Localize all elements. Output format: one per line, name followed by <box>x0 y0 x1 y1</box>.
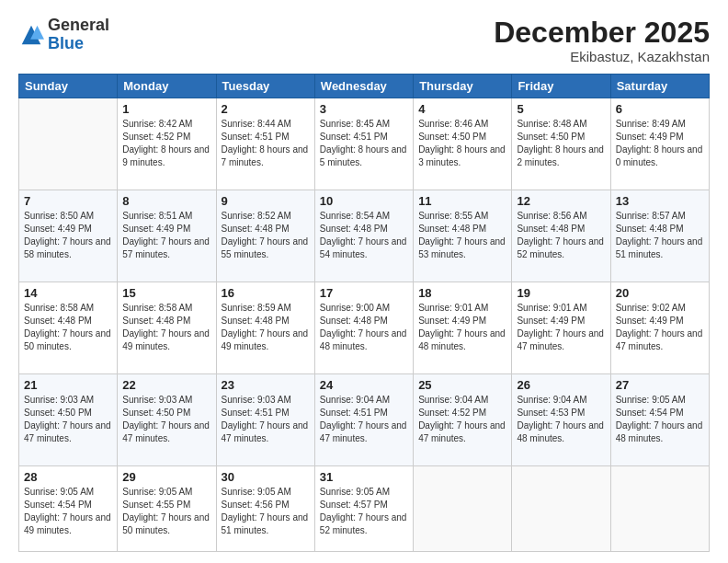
cell-content: Sunrise: 8:54 AM Sunset: 4:48 PM Dayligh… <box>320 210 408 261</box>
day-header-monday: Monday <box>118 75 216 98</box>
cell-content: Sunrise: 9:04 AM Sunset: 4:53 PM Dayligh… <box>517 394 605 445</box>
calendar-cell: 6Sunrise: 8:49 AM Sunset: 4:49 PM Daylig… <box>610 98 709 190</box>
cell-content: Sunrise: 9:03 AM Sunset: 4:51 PM Dayligh… <box>222 394 310 445</box>
calendar-cell: 3Sunrise: 8:45 AM Sunset: 4:51 PM Daylig… <box>314 98 413 190</box>
day-number: 8 <box>122 194 210 208</box>
day-number: 11 <box>418 194 506 208</box>
day-number: 29 <box>122 470 210 484</box>
day-number: 25 <box>418 378 506 392</box>
cell-content: Sunrise: 9:01 AM Sunset: 4:49 PM Dayligh… <box>517 302 605 353</box>
page: General Blue December 2025 Ekibastuz, Ka… <box>0 0 728 563</box>
cell-content: Sunrise: 8:45 AM Sunset: 4:51 PM Dayligh… <box>320 118 408 169</box>
cell-content: Sunrise: 8:57 AM Sunset: 4:48 PM Dayligh… <box>616 210 704 261</box>
calendar-cell: 28Sunrise: 9:05 AM Sunset: 4:54 PM Dayli… <box>19 465 118 551</box>
calendar-cell: 21Sunrise: 9:03 AM Sunset: 4:50 PM Dayli… <box>19 373 118 465</box>
day-number: 22 <box>122 378 210 392</box>
cell-content: Sunrise: 8:59 AM Sunset: 4:48 PM Dayligh… <box>222 302 310 353</box>
header: General Blue December 2025 Ekibastuz, Ka… <box>18 17 710 64</box>
day-number: 5 <box>517 102 605 116</box>
logo-blue-text: Blue <box>48 34 84 52</box>
calendar-cell <box>414 465 512 551</box>
cell-content: Sunrise: 8:42 AM Sunset: 4:52 PM Dayligh… <box>122 118 210 169</box>
day-number: 1 <box>122 102 210 116</box>
day-header-friday: Friday <box>512 75 610 98</box>
calendar-cell: 20Sunrise: 9:02 AM Sunset: 4:49 PM Dayli… <box>610 282 709 374</box>
day-number: 17 <box>320 286 408 300</box>
month-year: December 2025 <box>494 17 710 49</box>
calendar-cell: 29Sunrise: 9:05 AM Sunset: 4:55 PM Dayli… <box>118 465 216 551</box>
cell-content: Sunrise: 8:46 AM Sunset: 4:50 PM Dayligh… <box>418 118 506 169</box>
cell-content: Sunrise: 9:01 AM Sunset: 4:49 PM Dayligh… <box>418 302 506 353</box>
day-number: 31 <box>320 470 408 484</box>
cell-content: Sunrise: 8:48 AM Sunset: 4:50 PM Dayligh… <box>517 118 605 169</box>
cell-content: Sunrise: 9:00 AM Sunset: 4:48 PM Dayligh… <box>320 302 408 353</box>
cell-content: Sunrise: 8:55 AM Sunset: 4:48 PM Dayligh… <box>418 210 506 261</box>
cell-content: Sunrise: 9:03 AM Sunset: 4:50 PM Dayligh… <box>122 394 210 445</box>
calendar-cell: 26Sunrise: 9:04 AM Sunset: 4:53 PM Dayli… <box>512 373 610 465</box>
logo: General Blue <box>18 17 109 53</box>
cell-content: Sunrise: 9:05 AM Sunset: 4:55 PM Dayligh… <box>122 486 210 537</box>
calendar-cell <box>610 465 709 551</box>
calendar-cell: 9Sunrise: 8:52 AM Sunset: 4:48 PM Daylig… <box>216 190 314 282</box>
cell-content: Sunrise: 8:58 AM Sunset: 4:48 PM Dayligh… <box>122 302 210 353</box>
cell-content: Sunrise: 9:04 AM Sunset: 4:51 PM Dayligh… <box>320 394 408 445</box>
day-number: 2 <box>222 102 310 116</box>
cell-content: Sunrise: 9:05 AM Sunset: 4:57 PM Dayligh… <box>320 486 408 537</box>
calendar-cell: 25Sunrise: 9:04 AM Sunset: 4:52 PM Dayli… <box>414 373 512 465</box>
cell-content: Sunrise: 9:05 AM Sunset: 4:54 PM Dayligh… <box>24 486 112 537</box>
cell-content: Sunrise: 9:05 AM Sunset: 4:56 PM Dayligh… <box>222 486 310 537</box>
calendar-cell: 17Sunrise: 9:00 AM Sunset: 4:48 PM Dayli… <box>314 282 413 374</box>
calendar-cell: 12Sunrise: 8:56 AM Sunset: 4:48 PM Dayli… <box>512 190 610 282</box>
cell-content: Sunrise: 9:02 AM Sunset: 4:49 PM Dayligh… <box>616 302 704 353</box>
calendar-cell: 2Sunrise: 8:44 AM Sunset: 4:51 PM Daylig… <box>216 98 314 190</box>
calendar-cell: 18Sunrise: 9:01 AM Sunset: 4:49 PM Dayli… <box>414 282 512 374</box>
day-number: 7 <box>24 194 112 208</box>
day-number: 27 <box>616 378 704 392</box>
calendar-cell: 10Sunrise: 8:54 AM Sunset: 4:48 PM Dayli… <box>314 190 413 282</box>
calendar-cell: 13Sunrise: 8:57 AM Sunset: 4:48 PM Dayli… <box>610 190 709 282</box>
calendar-cell: 27Sunrise: 9:05 AM Sunset: 4:54 PM Dayli… <box>610 373 709 465</box>
cell-content: Sunrise: 9:03 AM Sunset: 4:50 PM Dayligh… <box>24 394 112 445</box>
day-number: 6 <box>616 102 704 116</box>
day-number: 15 <box>122 286 210 300</box>
calendar-cell: 19Sunrise: 9:01 AM Sunset: 4:49 PM Dayli… <box>512 282 610 374</box>
day-header-saturday: Saturday <box>610 75 709 98</box>
day-header-wednesday: Wednesday <box>314 75 413 98</box>
day-header-tuesday: Tuesday <box>216 75 314 98</box>
calendar-cell: 11Sunrise: 8:55 AM Sunset: 4:48 PM Dayli… <box>414 190 512 282</box>
cell-content: Sunrise: 8:51 AM Sunset: 4:49 PM Dayligh… <box>122 210 210 261</box>
cell-content: Sunrise: 8:58 AM Sunset: 4:48 PM Dayligh… <box>24 302 112 353</box>
day-header-sunday: Sunday <box>19 75 118 98</box>
calendar-cell: 1Sunrise: 8:42 AM Sunset: 4:52 PM Daylig… <box>118 98 216 190</box>
day-number: 16 <box>222 286 310 300</box>
day-number: 20 <box>616 286 704 300</box>
day-number: 26 <box>517 378 605 392</box>
cell-content: Sunrise: 8:49 AM Sunset: 4:49 PM Dayligh… <box>616 118 704 169</box>
cell-content: Sunrise: 8:56 AM Sunset: 4:48 PM Dayligh… <box>517 210 605 261</box>
calendar-cell: 4Sunrise: 8:46 AM Sunset: 4:50 PM Daylig… <box>414 98 512 190</box>
day-number: 21 <box>24 378 112 392</box>
calendar-cell: 23Sunrise: 9:03 AM Sunset: 4:51 PM Dayli… <box>216 373 314 465</box>
location: Ekibastuz, Kazakhstan <box>494 49 710 64</box>
calendar-cell: 14Sunrise: 8:58 AM Sunset: 4:48 PM Dayli… <box>19 282 118 374</box>
day-header-thursday: Thursday <box>414 75 512 98</box>
day-number: 3 <box>320 102 408 116</box>
logo-icon <box>18 22 44 48</box>
calendar-cell: 5Sunrise: 8:48 AM Sunset: 4:50 PM Daylig… <box>512 98 610 190</box>
calendar-cell: 16Sunrise: 8:59 AM Sunset: 4:48 PM Dayli… <box>216 282 314 374</box>
day-number: 10 <box>320 194 408 208</box>
calendar-cell: 24Sunrise: 9:04 AM Sunset: 4:51 PM Dayli… <box>314 373 413 465</box>
calendar-cell <box>512 465 610 551</box>
day-number: 18 <box>418 286 506 300</box>
calendar-cell <box>19 98 118 190</box>
cell-content: Sunrise: 8:50 AM Sunset: 4:49 PM Dayligh… <box>24 210 112 261</box>
calendar-cell: 15Sunrise: 8:58 AM Sunset: 4:48 PM Dayli… <box>118 282 216 374</box>
cell-content: Sunrise: 8:44 AM Sunset: 4:51 PM Dayligh… <box>222 118 310 169</box>
calendar-cell: 31Sunrise: 9:05 AM Sunset: 4:57 PM Dayli… <box>314 465 413 551</box>
cell-content: Sunrise: 9:04 AM Sunset: 4:52 PM Dayligh… <box>418 394 506 445</box>
cell-content: Sunrise: 9:05 AM Sunset: 4:54 PM Dayligh… <box>616 394 704 445</box>
day-number: 28 <box>24 470 112 484</box>
day-number: 12 <box>517 194 605 208</box>
day-number: 14 <box>24 286 112 300</box>
day-number: 9 <box>222 194 310 208</box>
